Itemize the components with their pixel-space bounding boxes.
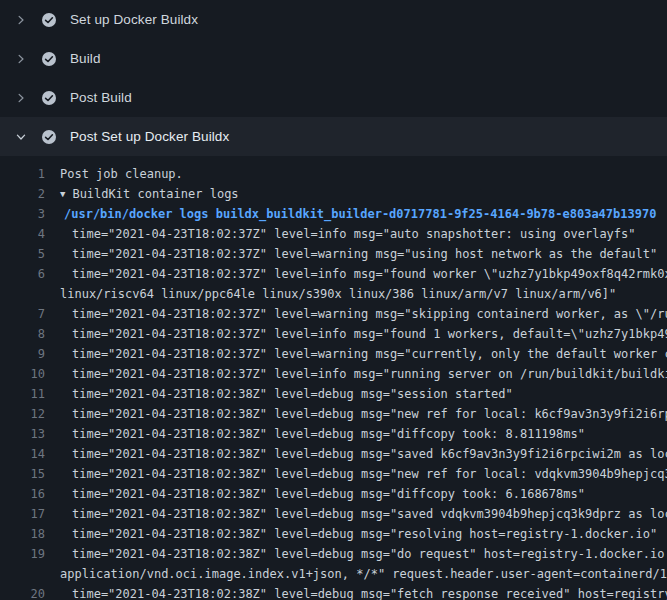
line-number[interactable]: 8	[0, 324, 50, 344]
log-line: 13 time="2021-04-23T18:02:38Z" level=deb…	[0, 424, 667, 444]
step-title: Post Build	[70, 90, 132, 105]
log-text: time="2021-04-23T18:02:38Z" level=debug …	[50, 484, 667, 504]
line-number[interactable]: 4	[0, 224, 50, 244]
log-lines: 1 Post job cleanup. 2 ▼BuildKit containe…	[0, 156, 667, 600]
log-line: 8 time="2021-04-23T18:02:37Z" level=info…	[0, 324, 667, 344]
log-text: time="2021-04-23T18:02:37Z" level=info m…	[50, 324, 667, 344]
line-number[interactable]: 17	[0, 504, 50, 524]
line-number[interactable]: 11	[0, 384, 50, 404]
log-line: 17 time="2021-04-23T18:02:38Z" level=deb…	[0, 504, 667, 524]
log-text: time="2021-04-23T18:02:38Z" level=debug …	[50, 584, 667, 600]
line-number	[0, 284, 50, 304]
log-line: 11 time="2021-04-23T18:02:38Z" level=deb…	[0, 384, 667, 404]
log-line: 1 Post job cleanup.	[0, 164, 667, 184]
line-number	[0, 564, 50, 584]
chevron-icon	[13, 12, 29, 28]
log-line: 12 time="2021-04-23T18:02:38Z" level=deb…	[0, 404, 667, 424]
line-number[interactable]: 3	[0, 204, 50, 224]
log-text: ▼BuildKit container logs	[50, 184, 667, 204]
line-number[interactable]: 16	[0, 484, 50, 504]
step-title: Post Set up Docker Buildx	[70, 129, 229, 144]
log-text: time="2021-04-23T18:02:38Z" level=debug …	[50, 384, 667, 404]
log-text: /usr/bin/docker logs buildx_buildkit_bui…	[50, 204, 667, 224]
group-label: BuildKit container logs	[72, 187, 238, 201]
line-number[interactable]: 14	[0, 444, 50, 464]
log-text: time="2021-04-23T18:02:37Z" level=warnin…	[50, 244, 667, 264]
log-text: time="2021-04-23T18:02:38Z" level=debug …	[50, 544, 667, 564]
log-line: 4 time="2021-04-23T18:02:37Z" level=info…	[0, 224, 667, 244]
chevron-icon	[13, 51, 29, 67]
group-toggle-icon[interactable]: ▼	[60, 184, 65, 204]
log-text: time="2021-04-23T18:02:38Z" level=debug …	[50, 444, 667, 464]
check-circle-icon	[41, 51, 57, 67]
step-header[interactable]: Build	[0, 39, 667, 78]
log-line: 10 time="2021-04-23T18:02:37Z" level=inf…	[0, 364, 667, 384]
log-line: 20 time="2021-04-23T18:02:38Z" level=deb…	[0, 584, 667, 600]
log-line-continuation: linux/riscv64 linux/ppc64le linux/s390x …	[0, 284, 667, 304]
line-number[interactable]: 20	[0, 584, 50, 600]
line-number[interactable]: 10	[0, 364, 50, 384]
check-circle-icon	[41, 129, 57, 145]
log-text: time="2021-04-23T18:02:38Z" level=debug …	[50, 464, 667, 484]
log-line-continuation: application/vnd.oci.image.index.v1+json,…	[0, 564, 667, 584]
log-text: time="2021-04-23T18:02:37Z" level=info m…	[50, 364, 667, 384]
line-number[interactable]: 1	[0, 164, 50, 184]
log-line: 3 /usr/bin/docker logs buildx_buildkit_b…	[0, 204, 667, 224]
log-text: time="2021-04-23T18:02:37Z" level=warnin…	[50, 344, 667, 364]
log-line: 19 time="2021-04-23T18:02:38Z" level=deb…	[0, 544, 667, 564]
log-text: time="2021-04-23T18:02:37Z" level=info m…	[50, 264, 667, 284]
log-line: 9 time="2021-04-23T18:02:37Z" level=warn…	[0, 344, 667, 364]
step-title: Set up Docker Buildx	[70, 12, 198, 27]
actions-log-viewer: Set up Docker Buildx Build P	[0, 0, 667, 600]
line-number[interactable]: 13	[0, 424, 50, 444]
log-line: 6 time="2021-04-23T18:02:37Z" level=info…	[0, 264, 667, 284]
check-circle-icon	[41, 90, 57, 106]
line-number[interactable]: 15	[0, 464, 50, 484]
step-title: Build	[70, 51, 101, 66]
log-line: 2 ▼BuildKit container logs	[0, 184, 667, 204]
log-line: 18 time="2021-04-23T18:02:38Z" level=deb…	[0, 524, 667, 544]
step-header[interactable]: Post Build	[0, 78, 667, 117]
log-text: time="2021-04-23T18:02:37Z" level=info m…	[50, 224, 667, 244]
log-line: 5 time="2021-04-23T18:02:37Z" level=warn…	[0, 244, 667, 264]
log-text: time="2021-04-23T18:02:38Z" level=debug …	[50, 504, 667, 524]
line-number[interactable]: 6	[0, 264, 50, 284]
log-text: linux/riscv64 linux/ppc64le linux/s390x …	[50, 284, 667, 304]
log-line: 14 time="2021-04-23T18:02:38Z" level=deb…	[0, 444, 667, 464]
line-number[interactable]: 7	[0, 304, 50, 324]
step-header[interactable]: Post Set up Docker Buildx	[0, 117, 667, 156]
log-text: time="2021-04-23T18:02:37Z" level=warnin…	[50, 304, 667, 324]
line-number[interactable]: 19	[0, 544, 50, 564]
log-text: Post job cleanup.	[50, 164, 667, 184]
log-line: 7 time="2021-04-23T18:02:37Z" level=warn…	[0, 304, 667, 324]
log-text: time="2021-04-23T18:02:38Z" level=debug …	[50, 424, 667, 444]
line-number[interactable]: 9	[0, 344, 50, 364]
step-list: Set up Docker Buildx Build P	[0, 0, 667, 156]
line-number[interactable]: 5	[0, 244, 50, 264]
log-text: time="2021-04-23T18:02:38Z" level=debug …	[50, 404, 667, 424]
log-text: application/vnd.oci.image.index.v1+json,…	[50, 564, 667, 584]
line-number[interactable]: 12	[0, 404, 50, 424]
check-circle-icon	[41, 12, 57, 28]
chevron-icon	[13, 129, 29, 145]
line-number[interactable]: 2	[0, 184, 50, 204]
step-header[interactable]: Set up Docker Buildx	[0, 0, 667, 39]
log-line: 16 time="2021-04-23T18:02:38Z" level=deb…	[0, 484, 667, 504]
log-line: 15 time="2021-04-23T18:02:38Z" level=deb…	[0, 464, 667, 484]
line-number[interactable]: 18	[0, 524, 50, 544]
chevron-icon	[13, 90, 29, 106]
log-text: time="2021-04-23T18:02:38Z" level=debug …	[50, 524, 667, 544]
